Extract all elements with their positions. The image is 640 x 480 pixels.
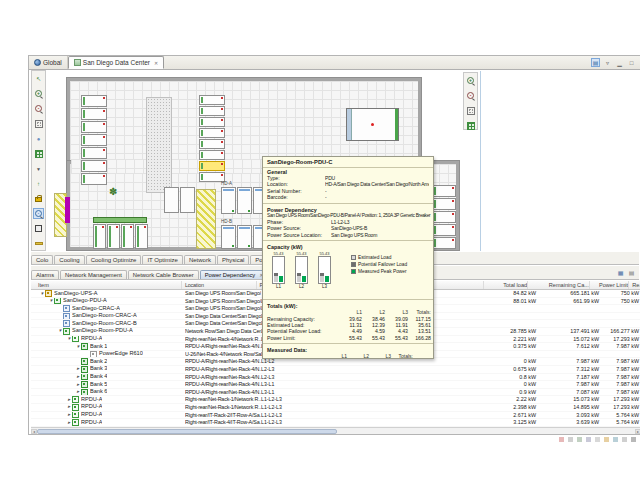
inspect-tool-icon[interactable]: ·: [33, 208, 44, 219]
view-menu-icon[interactable]: ▿: [603, 58, 612, 67]
tab-network-cable-browser[interactable]: Network Cable Browser: [128, 270, 199, 279]
rack[interactable]: [107, 224, 120, 249]
item-remaining-capacity: 15.072 kW: [538, 336, 601, 343]
minimize-icon[interactable]: ▁: [615, 58, 624, 67]
cabinet[interactable]: [180, 187, 195, 213]
rack[interactable]: [199, 139, 225, 149]
item-phase: L2-L3: [261, 374, 287, 381]
crac-unit[interactable]: [346, 108, 399, 141]
table-row[interactable]: ▸ RPDU-A Right-rear/IT-Rack-2/IT-Row-A/S…: [31, 412, 640, 420]
zoom-in-icon[interactable]: +: [33, 88, 44, 99]
legend-item: Estimated Load: [351, 254, 407, 261]
table-row[interactable]: ▸ RPDU-A Right-rear/Net-Rack-1/Network R…: [31, 404, 640, 412]
tab-alarms[interactable]: Alarms: [31, 270, 59, 279]
rack[interactable]: [221, 187, 236, 214]
zoom-fit-icon[interactable]: [465, 105, 476, 116]
rack[interactable]: [199, 150, 225, 160]
link-with-selection-icon[interactable]: ▤: [591, 58, 600, 67]
item-icon: [72, 412, 79, 419]
lock-icon[interactable]: [33, 193, 44, 204]
column-remaining-capacity[interactable]: Remaining Ca...: [528, 281, 590, 289]
zoom-out-icon[interactable]: -: [465, 90, 476, 101]
cabinet[interactable]: [164, 187, 179, 213]
close-icon[interactable]: ✕: [154, 60, 158, 66]
tab-it-optimize[interactable]: IT Optimize: [142, 255, 183, 264]
status-icon[interactable]: [577, 437, 582, 442]
rack[interactable]: [221, 225, 236, 249]
table-row[interactable]: Bank 2 RPDU-A/Right-rear/Net-Rack-4/N...…: [31, 358, 640, 366]
rack[interactable]: [237, 225, 252, 249]
rack[interactable]: [432, 211, 456, 223]
table-row[interactable]: ▸ Bank 3 RPDU-A/Right-rear/Net-Rack-4/N.…: [31, 366, 640, 374]
zoom-out-icon[interactable]: -: [33, 103, 44, 114]
rack[interactable]: [81, 160, 107, 172]
rack[interactable]: [81, 134, 107, 146]
tab-physical[interactable]: Physical: [217, 255, 249, 264]
status-icon[interactable]: [586, 437, 591, 442]
tab-cooling-optimize[interactable]: Cooling Optimize: [86, 255, 142, 264]
rack[interactable]: [81, 173, 107, 185]
status-icon[interactable]: [568, 437, 573, 442]
rack-grid-icon[interactable]: [33, 148, 44, 159]
tab-global[interactable]: Global: [29, 56, 68, 69]
item-name: Bank 1: [90, 343, 107, 350]
rack[interactable]: [93, 224, 106, 249]
item-remaining-capacity: 7.612 kW: [538, 343, 601, 350]
rack[interactable]: [432, 198, 456, 210]
column-item[interactable]: Item: [35, 281, 182, 289]
rack[interactable]: [81, 121, 107, 133]
status-icon[interactable]: [595, 437, 600, 442]
column-cutoff[interactable]: Re...: [629, 281, 640, 289]
tab-cooling[interactable]: Cooling: [54, 255, 84, 264]
measure-icon[interactable]: [33, 238, 44, 249]
import-icon[interactable]: ↑: [33, 178, 44, 189]
horizontal-scrollbar[interactable]: ◂ ▸: [31, 427, 640, 434]
scrollbar-thumb[interactable]: [37, 429, 337, 434]
item-name: Bank 4: [90, 374, 107, 381]
table-row[interactable]: ▸ Bank 4 RPDU-A/Right-rear/Net-Rack-4/N.…: [31, 374, 640, 382]
table-row[interactable]: ▸ RPDU-A Right-rear/IT-Rack-4/IT-Row-A/S…: [31, 419, 640, 427]
scroll-right-icon[interactable]: ▸: [635, 429, 640, 434]
filter-icon[interactable]: ▼: [33, 163, 44, 174]
table-row[interactable]: ▸ Bank 6 RPDU-A/Right-rear/Net-Rack-4/N.…: [31, 389, 640, 397]
panel-menu-icon[interactable]: ▤: [627, 269, 636, 277]
pan-icon[interactable]: ●: [33, 133, 44, 144]
status-icon[interactable]: [631, 437, 636, 442]
zoom-in-icon[interactable]: +: [465, 75, 476, 86]
grid-icon[interactable]: [465, 120, 476, 131]
rack[interactable]: [432, 237, 456, 249]
table-row[interactable]: ▸ Bank 5 RPDU-A/Right-rear/Net-Rack-4/N.…: [31, 381, 640, 389]
select-tool-icon[interactable]: ↖: [33, 73, 44, 84]
rack[interactable]: [135, 224, 148, 249]
status-icon[interactable]: [604, 437, 609, 442]
column-total-load[interactable]: Total load: [484, 281, 528, 289]
region-select-icon[interactable]: [33, 223, 44, 234]
rack-selected[interactable]: [199, 161, 225, 171]
rack[interactable]: [81, 108, 107, 120]
rack[interactable]: [121, 224, 134, 249]
rack[interactable]: [81, 95, 107, 107]
rack[interactable]: [432, 185, 456, 197]
status-icon[interactable]: [559, 437, 564, 442]
status-icon[interactable]: [622, 437, 627, 442]
table-view-icon[interactable]: ▦: [616, 269, 625, 277]
item-phase: L3-L1: [261, 381, 287, 388]
column-location[interactable]: Location: [182, 281, 257, 289]
rack[interactable]: [199, 95, 225, 105]
rack[interactable]: [432, 224, 456, 236]
rack[interactable]: [81, 147, 107, 159]
rack[interactable]: [199, 128, 225, 138]
maximize-icon[interactable]: □: [627, 58, 636, 67]
rack[interactable]: [199, 117, 225, 127]
rack[interactable]: [237, 187, 252, 214]
zoom-fit-icon[interactable]: [33, 118, 44, 129]
tab-network-management[interactable]: Network Management: [60, 270, 127, 279]
rack[interactable]: [199, 106, 225, 116]
tab-network[interactable]: Network: [184, 255, 216, 264]
status-icon[interactable]: [613, 437, 618, 442]
tab-san-diego-data-center[interactable]: San Diego Data Center ✕: [68, 56, 164, 69]
tab-power-dependency[interactable]: Power Dependency✕: [200, 270, 269, 279]
column-power-limit[interactable]: Power Limit: [590, 281, 629, 289]
tab-colo[interactable]: Colo: [31, 255, 53, 264]
table-row[interactable]: ▸ RPDU-A Right-rear/Net-Rack-1/Network R…: [31, 396, 640, 404]
